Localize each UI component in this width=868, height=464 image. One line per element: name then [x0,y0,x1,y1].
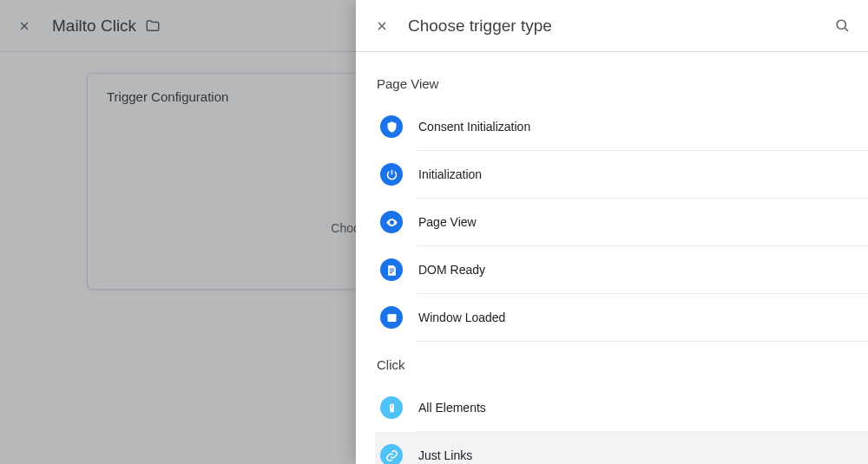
trigger-label: Just Links [418,448,472,462]
trigger-label: Initialization [418,167,482,181]
panel-header: Choose trigger type [356,0,868,52]
trigger-consent-initialization[interactable]: Consent Initialization [375,103,868,150]
document-icon [380,258,403,281]
svg-rect-8 [391,404,392,407]
group-label-page-view: Page View [372,68,868,103]
panel-body: Page View Consent Initialization Initial… [356,52,868,464]
trigger-page-view[interactable]: Page View [375,199,868,245]
panel-title: Choose trigger type [408,16,815,36]
shield-icon [380,115,403,138]
choose-trigger-panel: Choose trigger type Page View Consent In… [356,0,868,464]
power-icon [380,163,403,186]
svg-rect-4 [390,272,392,273]
svg-rect-3 [390,270,394,271]
trigger-label: All Elements [418,401,486,415]
search-icon[interactable] [834,17,851,34]
trigger-dom-ready[interactable]: DOM Ready [375,246,868,293]
trigger-window-loaded[interactable]: Window Loaded [375,294,868,341]
svg-rect-6 [387,314,396,317]
trigger-label: DOM Ready [418,263,485,277]
mouse-icon [380,396,403,419]
trigger-initialization[interactable]: Initialization [375,151,868,198]
svg-point-1 [391,221,393,224]
trigger-all-elements[interactable]: All Elements [375,384,868,431]
eye-icon [380,211,403,233]
trigger-label: Window Loaded [418,310,505,324]
svg-rect-2 [390,268,394,269]
close-icon[interactable] [375,19,389,33]
svg-point-0 [837,20,845,29]
group-label-click: Click [372,342,868,384]
window-icon [380,306,403,329]
trigger-label: Consent Initialization [418,120,530,134]
trigger-label: Page View [418,215,477,229]
trigger-just-links[interactable]: Just Links [375,432,868,464]
link-icon [380,444,403,464]
